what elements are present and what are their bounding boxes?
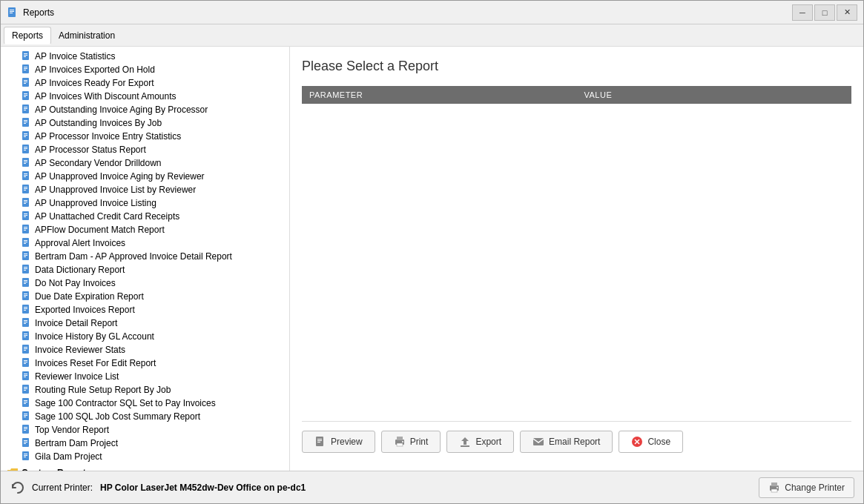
doc-icon	[22, 78, 32, 88]
svg-rect-23	[24, 110, 26, 110]
list-item[interactable]: Due Date Expiration Report	[1, 290, 289, 303]
svg-rect-25	[24, 120, 27, 121]
doc-icon	[22, 171, 32, 182]
minimize-button[interactable]: ─	[792, 4, 813, 21]
doc-icon	[22, 278, 32, 288]
list-item[interactable]: Routing Rule Setup Report By Job	[1, 383, 289, 397]
list-item[interactable]: Gila Dam Project	[1, 450, 289, 463]
list-item[interactable]: AP Invoices Exported On Hold	[1, 63, 289, 76]
list-item[interactable]: Invoice Reviewer Stats	[1, 343, 289, 357]
main-window: Reports ─ □ ✕ Reports Administration	[0, 0, 864, 504]
svg-rect-2	[10, 11, 14, 12]
list-item[interactable]: AP Unapproved Invoice List by Reviewer	[1, 183, 289, 196]
change-printer-button[interactable]: Change Printer	[759, 477, 854, 498]
doc-icon	[22, 105, 32, 115]
svg-rect-87	[24, 323, 26, 324]
menu-administration[interactable]: Administration	[51, 27, 122, 44]
list-item[interactable]: AP Unattached Credit Card Receipts	[1, 210, 289, 223]
svg-rect-102	[24, 375, 27, 376]
list-item[interactable]: AP Invoices With Discount Amounts	[1, 90, 289, 103]
list-item[interactable]: Data Dictionary Report	[1, 263, 289, 276]
list-item[interactable]: Sage 100 SQL Job Cost Summary Report	[1, 410, 289, 423]
svg-point-135	[402, 441, 403, 442]
list-item[interactable]: Approval Alert Invoices	[1, 236, 289, 250]
svg-rect-140	[771, 483, 777, 486]
svg-rect-122	[24, 442, 27, 442]
list-item[interactable]: AP Secondary Vendor Drilldown	[1, 156, 289, 170]
list-item[interactable]: Invoice Detail Report	[1, 316, 289, 330]
svg-rect-18	[24, 95, 27, 96]
close-window-button[interactable]: ✕	[837, 4, 857, 21]
maximize-button[interactable]: □	[814, 4, 835, 21]
svg-rect-31	[24, 136, 26, 137]
menu-reports[interactable]: Reports	[4, 27, 51, 44]
email-icon	[532, 436, 544, 448]
doc-icon	[22, 305, 32, 315]
list-item[interactable]: Bertram Dam Project	[1, 437, 289, 450]
close-button[interactable]: Close	[619, 431, 683, 453]
list-item[interactable]: Invoices Reset For Edit Report	[1, 357, 289, 370]
list-item[interactable]: AP Unapproved Invoice Aging by Reviewer	[1, 170, 289, 183]
doc-icon	[22, 91, 32, 102]
action-bar: Preview Print Export	[302, 421, 851, 459]
content-area: AP Invoice Statistics AP Invoices Export…	[1, 47, 863, 471]
refresh-icon[interactable]	[10, 480, 26, 496]
list-item[interactable]: AP Unapproved Invoice Listing	[1, 196, 289, 210]
list-item[interactable]: Exported Invoices Report	[1, 303, 289, 316]
svg-rect-77	[24, 294, 27, 294]
list-item[interactable]: Bertram Dam - AP Approved Invoice Detail…	[1, 250, 289, 263]
email-button[interactable]: Email Report	[520, 431, 613, 453]
doc-icon	[22, 451, 32, 462]
list-item[interactable]: AP Invoice Statistics	[1, 50, 289, 63]
svg-rect-7	[24, 56, 26, 57]
custom-reports-group: Custom Reports	[1, 465, 289, 471]
print-label: Print	[410, 437, 429, 447]
svg-rect-71	[24, 270, 26, 271]
svg-rect-9	[24, 67, 27, 67]
app-icon	[7, 7, 19, 19]
svg-rect-115	[24, 417, 26, 417]
export-label: Export	[475, 437, 501, 447]
list-item[interactable]: AP Invoices Ready For Export	[1, 76, 289, 90]
list-item[interactable]: AP Processor Status Report	[1, 143, 289, 156]
svg-rect-69	[24, 267, 27, 268]
svg-rect-51	[24, 203, 26, 204]
svg-rect-130	[317, 440, 322, 441]
list-item[interactable]: AP Outstanding Invoice Aging By Processo…	[1, 103, 289, 116]
preview-button[interactable]: Preview	[302, 431, 375, 453]
svg-rect-136	[461, 445, 469, 447]
svg-rect-13	[24, 80, 27, 81]
svg-rect-113	[24, 414, 27, 414]
svg-rect-129	[317, 439, 322, 440]
list-item[interactable]: Top Vendor Report	[1, 423, 289, 437]
svg-rect-107	[24, 390, 26, 391]
list-item[interactable]: Reviewer Invoice List	[1, 370, 289, 383]
svg-rect-57	[24, 227, 27, 228]
list-item[interactable]: AP Processor Invoice Entry Statistics	[1, 130, 289, 143]
list-item[interactable]: Do Not Pay Invoices	[1, 276, 289, 290]
svg-rect-30	[24, 135, 27, 136]
title-bar: Reports ─ □ ✕	[1, 1, 863, 24]
svg-rect-19	[24, 96, 26, 97]
svg-rect-33	[24, 147, 27, 147]
doc-icon	[22, 291, 32, 302]
list-item[interactable]: AP Outstanding Invoices By Job	[1, 116, 289, 130]
print-button[interactable]: Print	[381, 431, 441, 453]
svg-rect-134	[397, 443, 403, 446]
value-column-header: VALUE	[577, 86, 852, 104]
svg-rect-125	[24, 454, 27, 454]
list-item[interactable]: Sage 100 Contractor SQL Set to Pay Invoi…	[1, 397, 289, 410]
close-icon	[631, 436, 643, 448]
sidebar: AP Invoice Statistics AP Invoices Export…	[1, 47, 290, 471]
doc-icon	[22, 411, 32, 422]
svg-rect-90	[24, 335, 27, 336]
custom-reports-folder[interactable]: Custom Reports	[1, 465, 289, 471]
export-button[interactable]: Export	[446, 431, 514, 453]
svg-rect-65	[24, 253, 27, 254]
list-item[interactable]: Invoice History By GL Account	[1, 330, 289, 343]
title-bar-left: Reports	[7, 7, 54, 19]
list-item[interactable]: APFlow Document Match Report	[1, 223, 289, 236]
doc-icon	[22, 118, 32, 128]
svg-rect-14	[24, 82, 27, 82]
svg-rect-98	[24, 362, 27, 362]
